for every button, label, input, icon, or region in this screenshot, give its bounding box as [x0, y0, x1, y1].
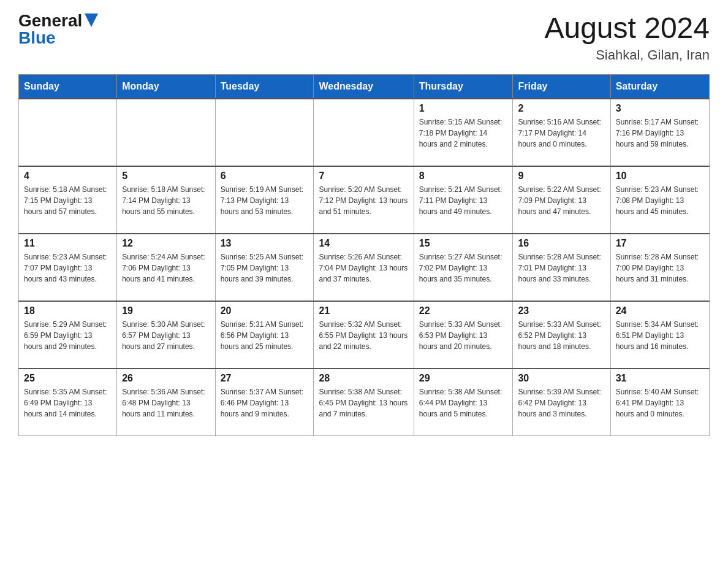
day-info: Sunrise: 5:34 AM Sunset: 6:51 PM Dayligh…: [616, 319, 704, 352]
table-row: 23Sunrise: 5:33 AM Sunset: 6:52 PM Dayli…: [513, 301, 610, 369]
day-info: Sunrise: 5:28 AM Sunset: 7:01 PM Dayligh…: [518, 251, 605, 285]
day-number: 6: [221, 170, 309, 182]
day-info: Sunrise: 5:26 AM Sunset: 7:04 PM Dayligh…: [319, 251, 408, 285]
col-sunday: Sunday: [19, 74, 117, 99]
table-row: 6Sunrise: 5:19 AM Sunset: 7:13 PM Daylig…: [215, 166, 314, 234]
col-saturday: Saturday: [610, 74, 709, 99]
day-info: Sunrise: 5:29 AM Sunset: 6:59 PM Dayligh…: [24, 319, 112, 352]
day-number: 14: [319, 238, 408, 249]
table-row: 12Sunrise: 5:24 AM Sunset: 7:06 PM Dayli…: [117, 234, 215, 301]
day-info: Sunrise: 5:35 AM Sunset: 6:49 PM Dayligh…: [24, 386, 112, 419]
table-row: [215, 99, 314, 166]
day-info: Sunrise: 5:23 AM Sunset: 7:08 PM Dayligh…: [616, 184, 704, 217]
table-row: 17Sunrise: 5:28 AM Sunset: 7:00 PM Dayli…: [610, 234, 709, 301]
logo-triangle-icon: [85, 13, 98, 27]
day-info: Sunrise: 5:33 AM Sunset: 6:53 PM Dayligh…: [419, 319, 508, 352]
table-row: 15Sunrise: 5:27 AM Sunset: 7:02 PM Dayli…: [414, 234, 513, 301]
table-row: 10Sunrise: 5:23 AM Sunset: 7:08 PM Dayli…: [610, 166, 709, 234]
table-row: 26Sunrise: 5:36 AM Sunset: 6:48 PM Dayli…: [117, 369, 215, 436]
day-number: 13: [221, 238, 309, 249]
table-row: 30Sunrise: 5:39 AM Sunset: 6:42 PM Dayli…: [513, 369, 610, 436]
logo-blue-text: Blue: [18, 29, 56, 47]
logo: General Blue: [18, 12, 98, 47]
day-number: 22: [419, 305, 508, 316]
calendar-header-row: Sunday Monday Tuesday Wednesday Thursday…: [19, 74, 710, 99]
col-thursday: Thursday: [414, 74, 513, 99]
table-row: 5Sunrise: 5:18 AM Sunset: 7:14 PM Daylig…: [117, 166, 215, 234]
calendar-week-row: 4Sunrise: 5:18 AM Sunset: 7:15 PM Daylig…: [19, 166, 710, 234]
day-info: Sunrise: 5:24 AM Sunset: 7:06 PM Dayligh…: [122, 251, 210, 285]
day-info: Sunrise: 5:17 AM Sunset: 7:16 PM Dayligh…: [616, 117, 704, 150]
logo-general-text: General: [18, 12, 82, 29]
day-info: Sunrise: 5:19 AM Sunset: 7:13 PM Dayligh…: [221, 184, 309, 217]
table-row: 7Sunrise: 5:20 AM Sunset: 7:12 PM Daylig…: [314, 166, 414, 234]
table-row: 21Sunrise: 5:32 AM Sunset: 6:55 PM Dayli…: [314, 301, 414, 369]
day-info: Sunrise: 5:25 AM Sunset: 7:05 PM Dayligh…: [221, 251, 309, 285]
day-info: Sunrise: 5:31 AM Sunset: 6:56 PM Dayligh…: [221, 319, 309, 352]
table-row: 27Sunrise: 5:37 AM Sunset: 6:46 PM Dayli…: [215, 369, 314, 436]
day-number: 4: [24, 170, 112, 182]
table-row: 9Sunrise: 5:22 AM Sunset: 7:09 PM Daylig…: [513, 166, 610, 234]
day-info: Sunrise: 5:36 AM Sunset: 6:48 PM Dayligh…: [122, 386, 210, 419]
day-number: 3: [616, 103, 704, 114]
day-info: Sunrise: 5:38 AM Sunset: 6:44 PM Dayligh…: [419, 386, 508, 419]
table-row: [19, 99, 117, 166]
day-info: Sunrise: 5:18 AM Sunset: 7:14 PM Dayligh…: [122, 184, 210, 217]
table-row: 3Sunrise: 5:17 AM Sunset: 7:16 PM Daylig…: [610, 99, 709, 166]
table-row: 14Sunrise: 5:26 AM Sunset: 7:04 PM Dayli…: [314, 234, 414, 301]
table-row: 8Sunrise: 5:21 AM Sunset: 7:11 PM Daylig…: [414, 166, 513, 234]
day-number: 19: [122, 305, 210, 316]
day-number: 28: [319, 373, 408, 384]
page-header: General Blue August 2024 Siahkal, Gilan,…: [18, 12, 710, 63]
day-info: Sunrise: 5:32 AM Sunset: 6:55 PM Dayligh…: [319, 319, 408, 352]
day-number: 8: [419, 170, 508, 182]
calendar-week-row: 25Sunrise: 5:35 AM Sunset: 6:49 PM Dayli…: [19, 369, 710, 436]
table-row: 2Sunrise: 5:16 AM Sunset: 7:17 PM Daylig…: [513, 99, 610, 166]
table-row: 16Sunrise: 5:28 AM Sunset: 7:01 PM Dayli…: [513, 234, 610, 301]
day-number: 25: [24, 373, 112, 384]
day-info: Sunrise: 5:27 AM Sunset: 7:02 PM Dayligh…: [419, 251, 508, 285]
day-number: 16: [518, 238, 605, 249]
col-wednesday: Wednesday: [314, 74, 414, 99]
day-number: 11: [24, 238, 112, 249]
month-year-title: August 2024: [544, 12, 710, 45]
table-row: [314, 99, 414, 166]
day-number: 24: [616, 305, 704, 316]
day-info: Sunrise: 5:39 AM Sunset: 6:42 PM Dayligh…: [518, 386, 605, 419]
svg-marker-0: [85, 13, 98, 27]
day-info: Sunrise: 5:37 AM Sunset: 6:46 PM Dayligh…: [221, 386, 309, 419]
day-number: 27: [221, 373, 309, 384]
table-row: 28Sunrise: 5:38 AM Sunset: 6:45 PM Dayli…: [314, 369, 414, 436]
table-row: 20Sunrise: 5:31 AM Sunset: 6:56 PM Dayli…: [215, 301, 314, 369]
day-number: 26: [122, 373, 210, 384]
day-number: 9: [518, 170, 605, 182]
day-info: Sunrise: 5:20 AM Sunset: 7:12 PM Dayligh…: [319, 184, 408, 217]
day-info: Sunrise: 5:30 AM Sunset: 6:57 PM Dayligh…: [122, 319, 210, 352]
day-number: 29: [419, 373, 508, 384]
day-info: Sunrise: 5:21 AM Sunset: 7:11 PM Dayligh…: [419, 184, 508, 217]
day-number: 15: [419, 238, 508, 249]
table-row: 31Sunrise: 5:40 AM Sunset: 6:41 PM Dayli…: [610, 369, 709, 436]
day-number: 2: [518, 103, 605, 114]
table-row: [117, 99, 215, 166]
col-monday: Monday: [117, 74, 215, 99]
table-row: 11Sunrise: 5:23 AM Sunset: 7:07 PM Dayli…: [19, 234, 117, 301]
table-row: 25Sunrise: 5:35 AM Sunset: 6:49 PM Dayli…: [19, 369, 117, 436]
day-number: 18: [24, 305, 112, 316]
table-row: 24Sunrise: 5:34 AM Sunset: 6:51 PM Dayli…: [610, 301, 709, 369]
day-info: Sunrise: 5:28 AM Sunset: 7:00 PM Dayligh…: [616, 251, 704, 285]
day-info: Sunrise: 5:23 AM Sunset: 7:07 PM Dayligh…: [24, 251, 112, 285]
day-number: 30: [518, 373, 605, 384]
calendar-week-row: 11Sunrise: 5:23 AM Sunset: 7:07 PM Dayli…: [19, 234, 710, 301]
day-number: 17: [616, 238, 704, 249]
col-friday: Friday: [513, 74, 610, 99]
day-info: Sunrise: 5:40 AM Sunset: 6:41 PM Dayligh…: [616, 386, 704, 419]
day-number: 1: [419, 103, 508, 114]
day-info: Sunrise: 5:33 AM Sunset: 6:52 PM Dayligh…: [518, 319, 605, 352]
table-row: 22Sunrise: 5:33 AM Sunset: 6:53 PM Dayli…: [414, 301, 513, 369]
table-row: 19Sunrise: 5:30 AM Sunset: 6:57 PM Dayli…: [117, 301, 215, 369]
day-number: 20: [221, 305, 309, 316]
calendar-week-row: 1Sunrise: 5:15 AM Sunset: 7:18 PM Daylig…: [19, 99, 710, 166]
day-info: Sunrise: 5:22 AM Sunset: 7:09 PM Dayligh…: [518, 184, 605, 217]
location-subtitle: Siahkal, Gilan, Iran: [544, 47, 710, 63]
